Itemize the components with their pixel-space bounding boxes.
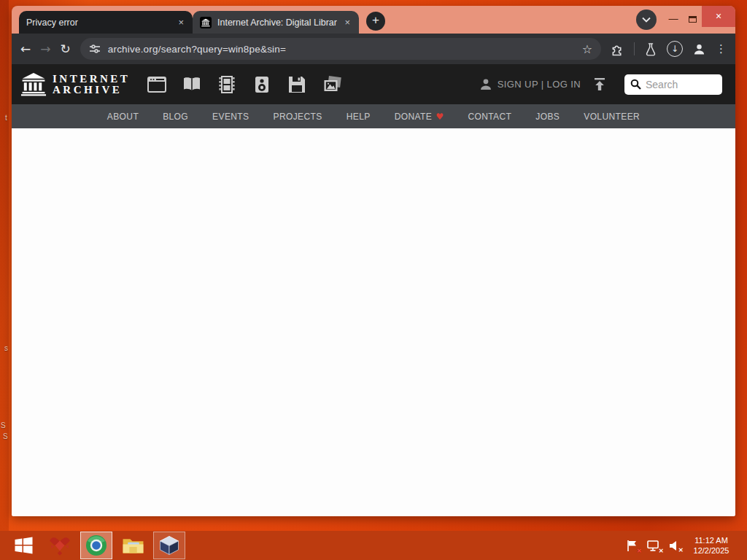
- red-app-icon: [48, 534, 71, 556]
- taskbar: × × × 11:12 AM 12/2/2025: [0, 531, 747, 560]
- url-text: archive.org/search?query=win8pe&sin=: [108, 44, 286, 55]
- desktop-icon-label-fragment: t: [5, 114, 7, 122]
- browser-app-icon: [85, 534, 107, 556]
- tab-strip: Privacy error × Internet Archive: Digita…: [12, 6, 735, 34]
- texts-icon[interactable]: [182, 75, 201, 94]
- nav-item-blog[interactable]: BLOG: [163, 112, 188, 122]
- wordmark-line2: ARCHIVE: [53, 85, 130, 96]
- nav-item-about[interactable]: ABOUT: [107, 112, 139, 122]
- media-type-icons: [147, 75, 341, 94]
- software-icon[interactable]: [287, 75, 306, 94]
- alert-badge: ×: [636, 547, 642, 554]
- tab-title: Internet Archive: Digital Library: [217, 18, 337, 28]
- action-center-flag-icon[interactable]: ×: [627, 540, 638, 552]
- forward-button[interactable]: →: [40, 42, 50, 56]
- site-settings-tune-icon[interactable]: [89, 43, 101, 55]
- window-controls: — ×: [636, 6, 735, 34]
- windows-logo-icon: [14, 536, 34, 555]
- downloads-icon[interactable]: ↓: [667, 41, 683, 57]
- start-button[interactable]: [7, 532, 39, 559]
- network-status-icon[interactable]: ×: [647, 540, 659, 552]
- virtualbox-icon: [159, 535, 179, 556]
- desktop-icon-label-fragment: s: [4, 344, 8, 352]
- search-icon: [630, 79, 641, 90]
- images-icon[interactable]: [322, 75, 341, 94]
- internet-archive-favicon: [200, 17, 212, 28]
- person-icon: [479, 78, 492, 90]
- desktop-edge-shade: [0, 0, 9, 531]
- web-icon[interactable]: [147, 75, 166, 94]
- audio-icon[interactable]: [252, 75, 271, 94]
- volume-muted-icon[interactable]: ×: [669, 540, 679, 551]
- browser-window: Privacy error × Internet Archive: Digita…: [12, 6, 735, 516]
- browser-toolbar: ← → ↻ archive.org/search?query=win8pe&si…: [12, 34, 735, 64]
- experiments-flask-icon[interactable]: [644, 42, 657, 56]
- auth-links[interactable]: SIGN UP | LOG IN: [479, 78, 581, 90]
- tab-search-chevron-icon[interactable]: [636, 9, 657, 30]
- network-error-badge: ×: [658, 547, 664, 554]
- archive-header: INTERNET ARCHIVE: [12, 64, 735, 104]
- tab-close-icon[interactable]: ×: [177, 17, 185, 28]
- upload-icon[interactable]: [592, 77, 607, 91]
- taskbar-red-app-button[interactable]: [44, 532, 76, 559]
- nav-item-volunteer[interactable]: VOLUNTEER: [584, 112, 640, 122]
- desktop-icon-label-fragment: S: [3, 432, 8, 440]
- maximize-button[interactable]: [683, 9, 702, 28]
- site-search[interactable]: [624, 74, 722, 95]
- webpage-internet-archive: INTERNET ARCHIVE: [12, 64, 735, 516]
- internet-archive-logo-icon[interactable]: [20, 72, 47, 96]
- nav-item-contact[interactable]: CONTACT: [468, 112, 511, 122]
- wordmark-line1: INTERNET: [53, 74, 130, 85]
- tab-privacy-error[interactable]: Privacy error ×: [19, 11, 193, 34]
- desktop: t s S S Privacy error ×: [0, 0, 747, 560]
- minimize-button[interactable]: —: [664, 9, 683, 28]
- signup-login-label[interactable]: SIGN UP | LOG IN: [498, 79, 581, 90]
- donate-heart-icon: ♥: [436, 112, 444, 122]
- nav-item-help[interactable]: HELP: [347, 112, 371, 122]
- nav-item-jobs[interactable]: JOBS: [535, 112, 560, 122]
- video-icon[interactable]: [217, 75, 236, 94]
- extensions-puzzle-icon[interactable]: [611, 42, 624, 56]
- close-window-button[interactable]: ×: [702, 6, 735, 27]
- browser-menu-kebab-icon[interactable]: ⋮: [716, 42, 727, 55]
- profile-avatar-icon[interactable]: [692, 42, 706, 55]
- archive-wordmark[interactable]: INTERNET ARCHIVE: [53, 74, 130, 96]
- archive-nav: ABOUT BLOG EVENTS PROJECTS HELP DONATE ♥…: [12, 104, 735, 128]
- nav-item-donate[interactable]: DONATE ♥: [395, 112, 444, 122]
- taskbar-browser-button[interactable]: [80, 532, 112, 559]
- clock-time: 11:12 AM: [689, 535, 734, 545]
- system-tray: × × × 11:12 AM 12/2/2025: [627, 535, 740, 556]
- back-button[interactable]: ←: [20, 42, 31, 56]
- nav-item-events[interactable]: EVENTS: [212, 112, 249, 122]
- tab-title: Privacy error: [26, 18, 171, 28]
- nav-item-projects[interactable]: PROJECTS: [274, 112, 322, 122]
- search-input[interactable]: [646, 79, 713, 90]
- tab-internet-archive[interactable]: Internet Archive: Digital Library ×: [193, 11, 359, 34]
- address-bar[interactable]: archive.org/search?query=win8pe&sin= ☆: [80, 38, 601, 60]
- desktop-icon-label-fragment: S: [1, 421, 6, 429]
- mute-badge: ×: [678, 546, 684, 553]
- file-explorer-icon: [122, 536, 144, 555]
- reload-button[interactable]: ↻: [61, 42, 71, 56]
- taskbar-file-explorer-button[interactable]: [117, 532, 149, 559]
- new-tab-button[interactable]: +: [366, 12, 385, 31]
- taskbar-clock[interactable]: 11:12 AM 12/2/2025: [689, 535, 734, 556]
- tab-close-icon[interactable]: ×: [343, 17, 352, 28]
- page-content-blank: [12, 128, 735, 516]
- clock-date: 12/2/2025: [689, 545, 734, 556]
- taskbar-virtualbox-button[interactable]: [153, 532, 185, 559]
- maximize-icon: [689, 16, 697, 23]
- toolbar-divider: [634, 42, 635, 55]
- bookmark-star-icon[interactable]: ☆: [582, 42, 592, 56]
